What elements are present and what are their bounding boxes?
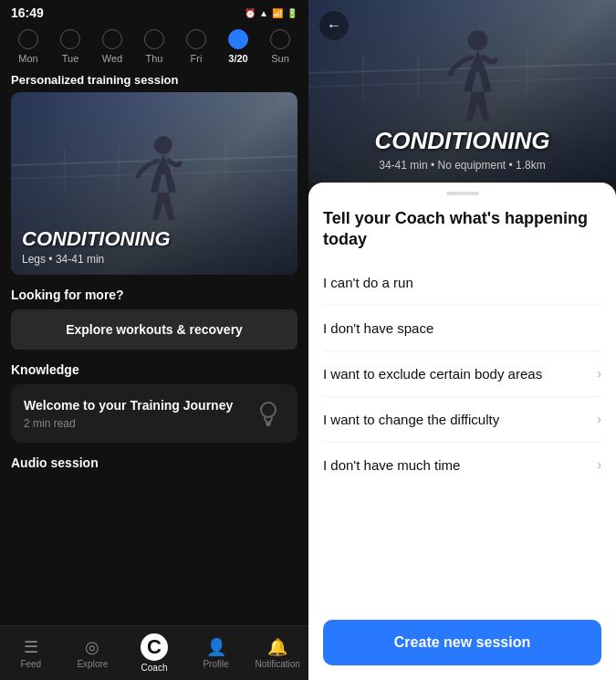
day-320[interactable]: 3/20 [217, 29, 259, 64]
profile-icon: 👤 [206, 637, 226, 657]
day-wed[interactable]: Wed [91, 29, 133, 64]
day-label-thu: Thu [146, 53, 163, 64]
option-no-time[interactable]: I don't have much time › [323, 443, 601, 487]
chevron-exclude-icon: › [597, 366, 601, 381]
status-bar: 16:49 ⏰ ▲ 📶 🔋 [0, 0, 308, 24]
right-hero: ← CONDITIONING 34-41 min • No equipment … [308, 0, 616, 183]
day-label-fri: Fri [191, 53, 203, 64]
day-label-mon: Mon [18, 53, 37, 64]
nav-profile-label: Profile [203, 659, 228, 669]
notification-icon: 🔔 [267, 637, 287, 657]
feed-icon: ☰ [24, 637, 38, 657]
alarm-icon: ⏰ [245, 8, 256, 18]
knowledge-card[interactable]: Welcome to your Training Journey 2 min r… [11, 384, 298, 443]
bottom-sheet: Tell your Coach what's happening today I… [308, 183, 616, 680]
svg-point-10 [467, 31, 487, 51]
status-icons: ⏰ ▲ 📶 🔋 [245, 8, 298, 18]
day-circle-fri [186, 29, 206, 49]
knowledge-card-sub: 2 min read [24, 417, 233, 430]
day-tue[interactable]: Tue [49, 29, 91, 64]
right-workout-title: CONDITIONING [308, 127, 616, 155]
workout-title: CONDITIONING [22, 227, 171, 251]
sheet-title: Tell your Coach what's happening today [308, 195, 616, 260]
option-no-time-label: I don't have much time [323, 457, 460, 473]
nav-coach-label: Coach [141, 663, 168, 673]
week-nav: Mon Tue Wed Thu Fri 3/20 Sun [0, 24, 308, 69]
workout-card[interactable]: CONDITIONING Legs • 34-41 min [11, 92, 298, 275]
day-label-tue: Tue [62, 53, 79, 64]
wifi-icon: 📶 [272, 8, 283, 18]
option-exclude-body[interactable]: I want to exclude certain body areas › [323, 351, 601, 397]
looking-more-label: Looking for more? [0, 275, 308, 309]
back-button[interactable]: ← [319, 11, 349, 40]
status-time: 16:49 [11, 5, 44, 20]
chevron-time-icon: › [597, 457, 601, 472]
day-sun[interactable]: Sun [259, 29, 301, 64]
right-workout-sub: 34-41 min • No equipment • 1.8km [308, 159, 616, 172]
battery-icon: 🔋 [287, 8, 298, 18]
day-circle-mon [18, 29, 38, 49]
knowledge-card-text: Welcome to your Training Journey 2 min r… [24, 397, 233, 430]
option-no-space[interactable]: I don't have space [323, 306, 601, 351]
audio-session-title: Audio session [0, 443, 308, 477]
option-exclude-body-label: I want to exclude certain body areas [323, 366, 542, 382]
workout-card-info: CONDITIONING Legs • 34-41 min [22, 227, 171, 266]
coach-icon: C [141, 633, 168, 661]
nav-coach[interactable]: C Coach [123, 633, 185, 673]
nav-profile[interactable]: 👤 Profile [185, 637, 247, 669]
nav-feed-label: Feed [20, 659, 41, 669]
create-session-button[interactable]: Create new session [323, 620, 601, 665]
knowledge-title: Knowledge [0, 350, 308, 384]
option-change-difficulty[interactable]: I want to change the difficulty › [323, 397, 601, 443]
option-change-difficulty-label: I want to change the difficulty [323, 412, 499, 427]
day-circle-sun [270, 29, 290, 49]
day-label-sun: Sun [271, 53, 289, 64]
signal-icon: ▲ [259, 8, 268, 18]
section-title: Personalized training session [0, 69, 308, 92]
day-label-wed: Wed [102, 53, 122, 64]
option-cant-run-label: I can't do a run [323, 275, 413, 290]
option-cant-run[interactable]: I can't do a run [323, 260, 601, 306]
nav-explore-label: Explore [77, 659, 108, 669]
bulb-icon [252, 397, 285, 430]
day-thu[interactable]: Thu [133, 29, 175, 64]
day-circle-320 [228, 29, 248, 49]
day-circle-tue [60, 29, 80, 49]
day-label-320: 3/20 [228, 53, 247, 64]
sheet-options: I can't do a run I don't have space I wa… [308, 260, 616, 612]
day-circle-thu [144, 29, 164, 49]
day-circle-wed [102, 29, 122, 49]
right-panel: ← CONDITIONING 34-41 min • No equipment … [308, 0, 616, 680]
svg-point-7 [261, 403, 276, 417]
explore-workouts-button[interactable]: Explore workouts & recovery [11, 309, 298, 350]
left-panel: 16:49 ⏰ ▲ 📶 🔋 Mon Tue Wed Thu Fri [0, 0, 308, 680]
bottom-nav: ☰ Feed ◎ Explore C Coach 👤 Profile 🔔 Not… [0, 625, 308, 680]
nav-notification[interactable]: 🔔 Notification [246, 637, 308, 669]
nav-feed[interactable]: ☰ Feed [0, 637, 62, 669]
explore-icon: ◎ [85, 637, 99, 657]
nav-explore[interactable]: ◎ Explore [62, 637, 124, 669]
workout-subtitle: Legs • 34-41 min [22, 253, 171, 266]
nav-notification-label: Notification [255, 659, 299, 669]
right-hero-info: CONDITIONING 34-41 min • No equipment • … [308, 127, 616, 172]
day-fri[interactable]: Fri [175, 29, 217, 64]
knowledge-card-title: Welcome to your Training Journey [24, 397, 233, 413]
option-no-space-label: I don't have space [323, 320, 433, 336]
chevron-difficulty-icon: › [597, 412, 601, 426]
svg-point-0 [154, 136, 172, 154]
day-mon[interactable]: Mon [7, 29, 49, 64]
